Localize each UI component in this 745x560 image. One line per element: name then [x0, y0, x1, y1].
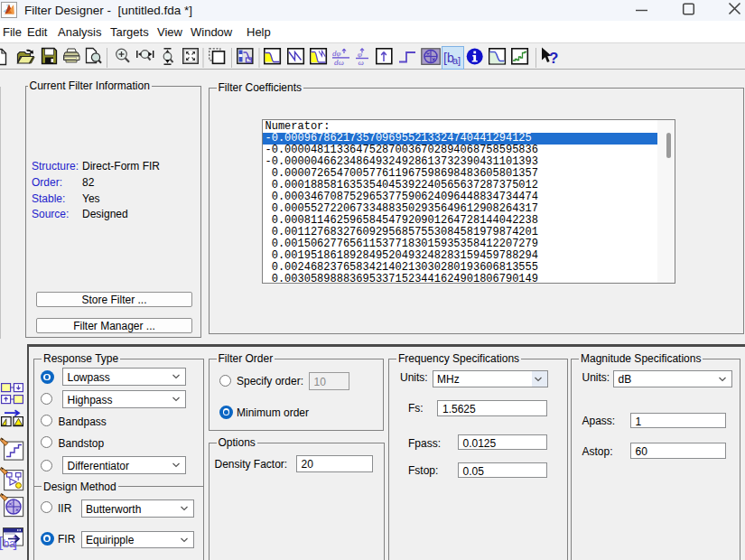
svg-text:dφ: dφ: [332, 49, 341, 58]
svg-text:dω: dω: [334, 58, 344, 67]
svg-text:ω: ω: [359, 58, 364, 67]
svg-text:?: ?: [549, 49, 558, 66]
svg-text:a]: a]: [452, 55, 461, 66]
